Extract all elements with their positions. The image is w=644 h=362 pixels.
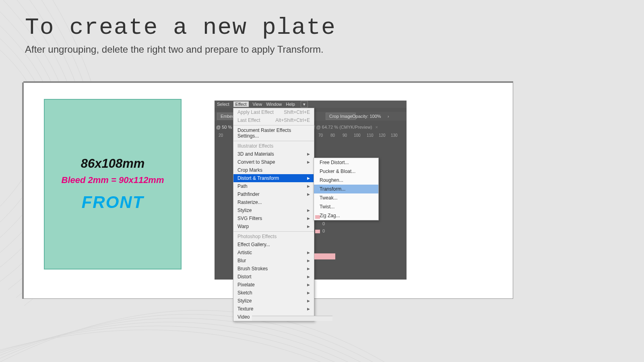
header-photoshop-effects: Photoshop Effects bbox=[233, 232, 314, 241]
close-tab-icon[interactable]: × bbox=[376, 125, 378, 130]
selection-strip bbox=[314, 253, 335, 259]
menu-help[interactable]: Help bbox=[286, 102, 295, 107]
menu-brush-strokes[interactable]: Brush Strokes▶ bbox=[233, 265, 314, 273]
menu-warp[interactable]: Warp▶ bbox=[233, 222, 314, 230]
illustrator-screenshot: Select Effect View Window Help ▾ Embed C… bbox=[215, 101, 407, 280]
menu-apply-last-effect[interactable]: Apply Last EffectShift+Ctrl+E bbox=[233, 108, 314, 116]
menu-3d-materials[interactable]: 3D and Materials▶ bbox=[233, 150, 314, 158]
menu-ps-stylize[interactable]: Stylize▶ bbox=[233, 297, 314, 305]
submenu-pucker-bloat[interactable]: Pucker & Bloat... bbox=[314, 167, 378, 176]
menu-scrollbar bbox=[252, 316, 332, 321]
arrange-documents-icon[interactable]: ▾ bbox=[301, 101, 308, 107]
menu-texture[interactable]: Texture▶ bbox=[233, 305, 314, 313]
effect-dropdown: Apply Last EffectShift+Ctrl+E Last Effec… bbox=[233, 108, 314, 321]
menu-blur[interactable]: Blur▶ bbox=[233, 257, 314, 265]
menu-artistic[interactable]: Artistic▶ bbox=[233, 249, 314, 257]
plate-front-label: FRONT bbox=[82, 193, 144, 212]
appearance-values: 3 0 0 bbox=[315, 214, 325, 236]
menu-convert-to-shape[interactable]: Convert to Shape▶ bbox=[233, 158, 314, 166]
menu-doc-raster-settings[interactable]: Document Raster Effects Settings... bbox=[233, 126, 314, 140]
swatch-icon bbox=[315, 215, 320, 219]
menu-stylize[interactable]: Stylize▶ bbox=[233, 206, 314, 214]
crop-image-button[interactable]: Crop Image bbox=[326, 113, 356, 120]
menu-distort[interactable]: Distort▶ bbox=[233, 273, 314, 281]
plate-dimensions: 86x108mm bbox=[81, 156, 145, 171]
menubar: Select Effect View Window Help ▾ bbox=[215, 101, 407, 108]
slide-content: 86x108mm Bleed 2mm = 90x112mm FRONT Sele… bbox=[23, 82, 513, 299]
submenu-free-distort[interactable]: Free Distort... bbox=[314, 158, 378, 167]
plate-preview: 86x108mm Bleed 2mm = 90x112mm FRONT bbox=[44, 99, 182, 269]
menu-effect[interactable]: Effect bbox=[233, 101, 249, 107]
menu-distort-transform[interactable]: Distort & Transform▶ bbox=[233, 174, 314, 182]
menu-window[interactable]: Window bbox=[266, 102, 282, 107]
menu-rasterize[interactable]: Rasterize... bbox=[233, 198, 314, 206]
menu-last-effect[interactable]: Last EffectAlt+Shift+Ctrl+E bbox=[233, 116, 314, 124]
menu-view[interactable]: View bbox=[253, 102, 262, 107]
distort-transform-submenu: Free Distort... Pucker & Bloat... Roughe… bbox=[314, 158, 379, 220]
slide-subtitle: After ungrouping, delete the right two a… bbox=[25, 44, 336, 55]
header-illustrator-effects: Illustrator Effects bbox=[233, 142, 314, 150]
menu-effect-gallery[interactable]: Effect Gallery... bbox=[233, 241, 314, 249]
menu-sketch[interactable]: Sketch▶ bbox=[233, 289, 314, 297]
doc-tab-zoom: @ 50 % bbox=[215, 125, 232, 130]
doc-tab-info[interactable]: if @ 64.72 % (CMYK/Preview)× bbox=[313, 125, 378, 130]
menu-crop-marks[interactable]: Crop Marks bbox=[233, 166, 314, 174]
chevron-right-icon[interactable]: › bbox=[388, 114, 389, 119]
submenu-twist[interactable]: Twist... bbox=[314, 202, 378, 211]
submenu-transform[interactable]: Transform... bbox=[314, 185, 378, 193]
menu-svg-filters[interactable]: SVG Filters▶ bbox=[233, 214, 314, 222]
submenu-tweak[interactable]: Tweak... bbox=[314, 193, 378, 202]
swatch-icon bbox=[315, 230, 320, 233]
submenu-roughen[interactable]: Roughen... bbox=[314, 176, 378, 185]
menu-pathfinder[interactable]: Pathfinder▶ bbox=[233, 190, 314, 198]
menu-path[interactable]: Path▶ bbox=[233, 182, 314, 190]
plate-bleed: Bleed 2mm = 90x112mm bbox=[62, 175, 164, 185]
opacity-label: Opacity: 100% bbox=[352, 114, 381, 119]
menu-pixelate[interactable]: Pixelate▶ bbox=[233, 281, 314, 289]
menu-select[interactable]: Select bbox=[217, 102, 229, 107]
slide-title: To create a new plate bbox=[25, 14, 336, 41]
